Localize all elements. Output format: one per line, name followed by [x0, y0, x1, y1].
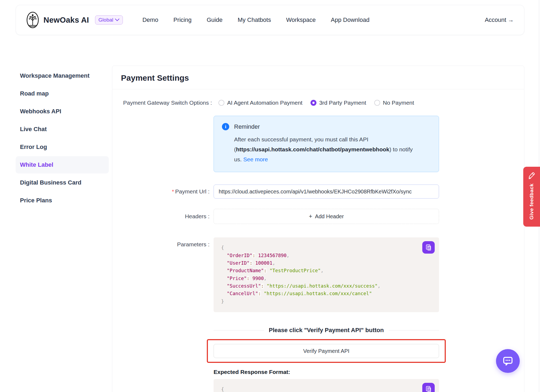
verify-instruction-divider: Please click "Verify Payment API" button [214, 327, 439, 334]
required-asterisk: * [172, 188, 174, 195]
headers-row: Headers : + Add Header [112, 209, 524, 224]
sidebar-item-white-label[interactable]: White Label [16, 156, 109, 173]
radio-no-payment[interactable]: No Payment [374, 100, 414, 106]
reminder-alert: i Reminder After each successful payment… [214, 116, 439, 172]
payment-url-row: *Payment Url : [112, 185, 524, 199]
copy-icon [425, 386, 432, 392]
expected-response-label: Expected Response Format: [214, 369, 439, 375]
copy-parameters-button[interactable] [422, 241, 435, 254]
reminder-title: Reminder [234, 123, 260, 130]
plus-icon: + [309, 213, 312, 219]
pencil-icon [528, 172, 535, 179]
top-navigation-bar: NewOaks AI Global Demo Pricing Guide My … [16, 5, 524, 35]
region-label: Global [99, 17, 113, 23]
copy-icon [425, 244, 432, 251]
chat-bubble-icon [502, 355, 514, 367]
parameters-label: Parameters : [112, 237, 214, 248]
sidebar-item-price-plans[interactable]: Price Plans [16, 192, 109, 209]
give-feedback-tab[interactable]: Give feedback [523, 167, 540, 227]
main-nav: Demo Pricing Guide My Chatbots Workspace… [142, 16, 485, 23]
payment-settings-card: Payment Settings Payment Gateway Switch … [112, 66, 524, 392]
reminder-header: i Reminder [222, 123, 431, 130]
nav-demo[interactable]: Demo [142, 16, 158, 23]
response-code: { "Data": { "URL": "https://checkout.str… [221, 386, 431, 392]
newoaks-logo-icon [26, 11, 39, 29]
sidebar-item-road-map[interactable]: Road map [16, 85, 109, 102]
parameters-row: Parameters : { "OrderID": 1234567890, "U… [112, 237, 524, 312]
sidebar-item-webhooks-api[interactable]: Webhooks API [16, 103, 109, 120]
payment-url-label: *Payment Url : [112, 188, 214, 195]
account-link[interactable]: Account → [485, 16, 514, 23]
response-code-block: { "Data": { "URL": "https://checkout.str… [214, 379, 439, 392]
chat-widget-button[interactable] [496, 349, 520, 373]
parameters-code: { "OrderID": 1234567890, "UserID": 10000… [221, 244, 431, 305]
headers-label: Headers : [112, 213, 214, 220]
nav-pricing[interactable]: Pricing [173, 16, 191, 23]
card-header: Payment Settings [112, 66, 524, 89]
gateway-switch-label: Payment Gateway Switch Options : [123, 100, 212, 106]
region-selector[interactable]: Global [95, 15, 123, 25]
info-icon: i [222, 123, 229, 130]
payment-url-input[interactable] [214, 185, 439, 199]
brand-name: NewOaks AI [43, 16, 89, 25]
sidebar-item-live-chat[interactable]: Live Chat [16, 121, 109, 138]
nav-workspace[interactable]: Workspace [286, 16, 316, 23]
see-more-link[interactable]: See more [243, 156, 268, 162]
sidebar-item-workspace-management[interactable]: Workspace Management [16, 67, 109, 84]
chevron-down-icon [115, 19, 119, 21]
radio-3rd-party-payment[interactable]: 3rd Party Payment [310, 100, 366, 106]
add-header-button[interactable]: + Add Header [214, 209, 439, 224]
nav-guide[interactable]: Guide [207, 16, 222, 23]
card-body: Payment Gateway Switch Options : AI Agen… [112, 89, 524, 392]
radio-circle-icon [374, 100, 380, 106]
radio-ai-agent-automation-payment[interactable]: AI Agent Automation Payment [218, 100, 302, 106]
sidebar-item-error-log[interactable]: Error Log [16, 138, 109, 156]
red-annotation-box: Verify Payment API [207, 339, 446, 363]
verify-instruction-text: Please click "Verify Payment API" button [269, 327, 384, 334]
nav-app-download[interactable]: App Download [331, 16, 369, 23]
copy-response-button[interactable] [422, 383, 435, 392]
give-feedback-label: Give feedback [529, 183, 535, 220]
parameters-code-block: { "OrderID": 1234567890, "UserID": 10000… [214, 237, 439, 312]
sidebar: Workspace Management Road map Webhooks A… [16, 66, 109, 210]
reminder-body: After each successful payment, you must … [234, 135, 431, 164]
radio-circle-icon [218, 100, 224, 106]
sidebar-item-digital-business-card[interactable]: Digital Business Card [16, 174, 109, 191]
nav-my-chatbots[interactable]: My Chatbots [238, 16, 271, 23]
reminder-api-url: https://usapi.hottask.com/chat/chatbot/p… [236, 146, 389, 152]
verify-payment-api-button[interactable]: Verify Payment API [214, 344, 439, 358]
gateway-switch-row: Payment Gateway Switch Options : AI Agen… [112, 100, 524, 106]
page-layout: Workspace Management Road map Webhooks A… [0, 66, 540, 392]
radio-circle-selected-icon [310, 100, 316, 106]
brand: NewOaks AI Global [26, 11, 123, 29]
page-title: Payment Settings [121, 73, 515, 83]
